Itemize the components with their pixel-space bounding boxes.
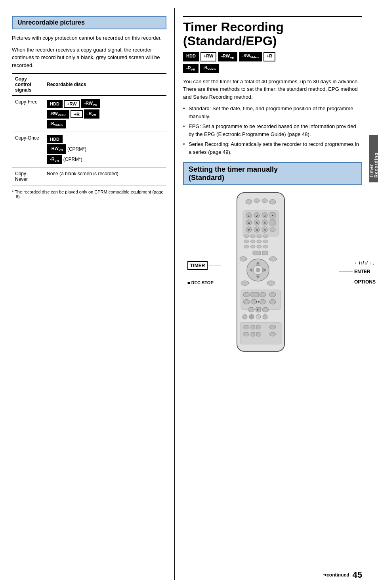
svg-point-35 [263, 240, 268, 243]
remote-wrapper: 1 2 3 + 4 5 6 7 [221, 191, 324, 358]
bullet-series: Series Recording: Automatically sets the… [183, 140, 362, 156]
format-badges: HDD +RW -RWVR -RWVideo +R -RVR -RVideo [183, 52, 362, 73]
svg-text:2: 2 [256, 214, 258, 218]
signal-copy-never: Copy-Never [12, 167, 44, 185]
svg-point-37 [250, 245, 255, 248]
continued-text: ➜continued [323, 572, 349, 578]
guard-text: When the recorder receives a copy guard … [12, 46, 166, 69]
svg-text:▶▶: ▶▶ [256, 301, 260, 303]
table-row: Copy-Once HDD -RWVR (CPRM*) -RVR (CPRM*) [12, 132, 166, 167]
svg-rect-75 [251, 332, 255, 336]
discs-copy-never: None (a blank screen is recorded) [44, 167, 166, 185]
svg-point-1 [246, 199, 252, 204]
table-row: Copy-Free HDD +RW -RWVR -RWVideo +R -RVR [12, 96, 166, 132]
badge-rwvr-once: -RWVR [47, 144, 66, 153]
svg-point-77 [269, 332, 276, 336]
svg-point-54 [243, 292, 250, 297]
svg-point-43 [269, 257, 277, 261]
svg-point-70 [243, 325, 249, 329]
svg-point-73 [269, 325, 276, 329]
badge-rvr-r: -RVR [183, 64, 199, 73]
bullet-standard: Standard: Set the date, time, and progra… [183, 105, 362, 120]
right-column: Timer Recording(Standard/EPG) HDD +RW -R… [175, 8, 378, 580]
badge-hdd: HDD [47, 100, 63, 108]
svg-point-27 [270, 228, 275, 232]
footnote: * The recorded disc can be played only o… [12, 190, 166, 199]
discs-copy-once: HDD -RWVR (CPRM*) -RVR (CPRM*) [44, 132, 166, 167]
svg-point-36 [244, 245, 249, 248]
body-text-main: You can set the timer for a total of 40 … [183, 78, 362, 101]
badge-hdd-once: HDD [47, 135, 63, 143]
badge-rplus-r: +R [263, 52, 275, 61]
svg-point-74 [243, 332, 249, 336]
remote-svg: 1 2 3 + 4 5 6 7 [221, 191, 300, 357]
section-heading-unrecordable: Unrecordable pictures [12, 16, 166, 29]
badge-rplus: +R [71, 110, 82, 118]
svg-point-34 [257, 240, 262, 243]
svg-text:6: 6 [264, 221, 266, 225]
discs-copy-free: HDD +RW -RWVR -RWVideo +R -RVR -RVideo [44, 96, 166, 132]
table-row: Copy-Never None (a blank screen is recor… [12, 167, 166, 185]
intro-text: Pictures with copy protection cannot be … [12, 34, 166, 42]
left-labels: TIMER ■ REC STOP [187, 261, 227, 285]
section-title: Unrecordable pictures [17, 19, 161, 26]
svg-point-67 [256, 314, 261, 319]
left-column: Unrecordable pictures Pictures with copy… [0, 8, 174, 580]
svg-rect-55 [251, 292, 259, 297]
svg-point-56 [260, 292, 266, 297]
svg-rect-71 [251, 325, 255, 329]
svg-point-57 [269, 292, 276, 297]
copy-table: Copy control signals Recordable discs Co… [12, 73, 166, 186]
svg-text:1: 1 [248, 214, 250, 218]
timer-label: TIMER [187, 261, 227, 270]
svg-point-50 [256, 268, 260, 272]
badge-rw-r: +RW [200, 52, 217, 61]
svg-text:4: 4 [248, 221, 250, 225]
svg-text:3: 3 [264, 214, 266, 218]
badge-rvideo: -RVideo [47, 120, 66, 128]
svg-point-42 [240, 257, 247, 261]
svg-point-64 [262, 307, 269, 312]
svg-point-3 [262, 199, 267, 203]
svg-text:8: 8 [256, 228, 258, 232]
cprm-note-1: (CPRM*) [67, 146, 86, 152]
svg-point-2 [254, 199, 260, 203]
svg-point-58 [243, 299, 250, 304]
badge-hdd-r: HDD [183, 52, 199, 61]
svg-point-51 [241, 281, 249, 285]
page-footer: ➜continued 45 [323, 570, 362, 580]
svg-point-30 [257, 235, 262, 238]
svg-point-52 [267, 281, 275, 285]
cprm-note-2: (CPRM*) [63, 157, 82, 162]
svg-text:+: + [272, 214, 274, 217]
main-title: Timer Recording(Standard/EPG) [183, 16, 362, 48]
right-labels: ←/↑/↓/→, ENTER OPTIONS [339, 260, 376, 285]
svg-point-62 [248, 307, 254, 312]
svg-point-38 [257, 245, 262, 248]
svg-point-33 [250, 240, 255, 243]
svg-point-66 [249, 314, 254, 319]
col1-header: Copy control signals [12, 73, 44, 96]
svg-rect-72 [256, 325, 260, 329]
badge-rwvideo: -RWVideo [47, 110, 69, 119]
enter-callout: ENTER [339, 269, 376, 274]
badge-rwvr: -RWVR [81, 99, 100, 108]
remote-illustration: 1 2 3 + 4 5 6 7 [183, 191, 362, 358]
svg-rect-41 [262, 251, 268, 255]
page-number: 45 [353, 570, 362, 580]
side-tab: Timer Recording [369, 135, 378, 182]
method-list: Standard: Set the date, time, and progra… [183, 105, 362, 156]
svg-rect-76 [256, 332, 260, 336]
bullet-epg: EPG: Set a programme to be recorded base… [183, 123, 362, 138]
badge-rvideo-r: -RVideo [200, 64, 219, 73]
svg-point-31 [263, 235, 268, 238]
subsection-heading: Setting the timer manually(Standard) [183, 162, 362, 185]
svg-point-28 [244, 235, 249, 238]
rec-stop-label: ■ REC STOP [187, 280, 227, 285]
col2-header: Recordable discs [44, 73, 166, 96]
badge-rwvr-r: -RWVR [218, 52, 237, 61]
svg-text:7: 7 [248, 228, 250, 232]
svg-point-60 [260, 299, 266, 304]
svg-point-32 [244, 240, 249, 243]
signal-copy-free: Copy-Free [12, 96, 44, 132]
